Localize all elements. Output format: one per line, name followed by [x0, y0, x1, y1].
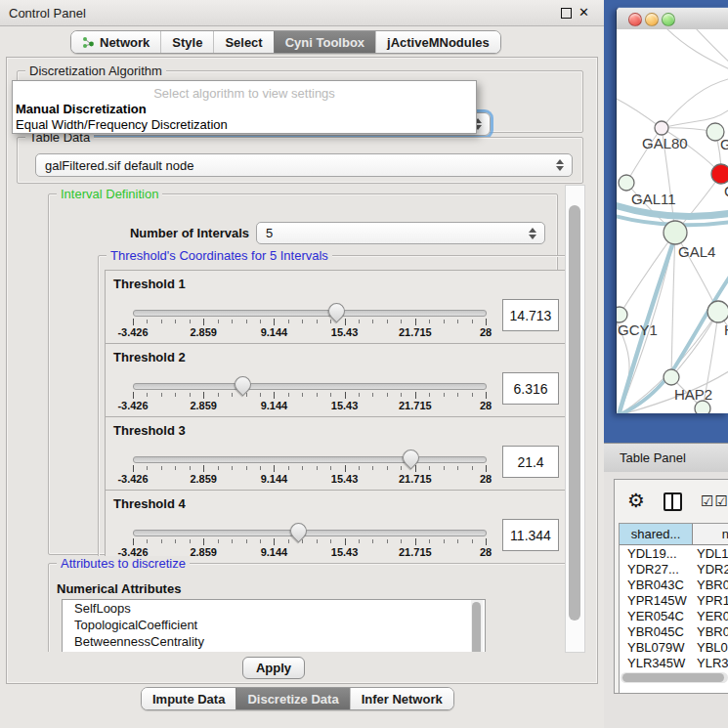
network-canvas[interactable]: GAL80GACGAL11GAL4GCY1HHAP2 — [617, 29, 728, 413]
tab-infer-network[interactable]: Infer Network — [350, 688, 453, 709]
tab-discretize-data[interactable]: Discretize Data — [236, 688, 349, 709]
slider-ticks — [133, 319, 487, 325]
table-row[interactable]: YBL079WYBL0 — [620, 639, 728, 655]
tick-label: 21.715 — [399, 400, 432, 411]
table-row[interactable]: YBR045CYBR0 — [620, 623, 728, 639]
table-row[interactable]: YDR27...YDR2 — [620, 561, 728, 577]
network-node-label: GAL11 — [631, 191, 676, 207]
tab-cyni-toolbox[interactable]: Cyni Toolbox — [274, 31, 375, 53]
threshold-value-field[interactable]: 14.713 — [502, 299, 559, 331]
network-node[interactable] — [695, 401, 710, 413]
network-node[interactable] — [664, 221, 687, 244]
float-window-icon[interactable] — [561, 8, 572, 19]
scrollbar-thumb[interactable] — [569, 205, 580, 621]
table-row[interactable]: YLR345WYLR3 — [620, 655, 728, 670]
tick-label: 15.43 — [331, 473, 359, 485]
threshold-value-field[interactable]: 6.316 — [502, 372, 559, 405]
network-node[interactable] — [619, 175, 634, 191]
columns-icon[interactable] — [664, 492, 682, 511]
cell-shared-name: YER054C — [620, 609, 693, 623]
network-edge — [662, 78, 728, 128]
tab-label: Cyni Toolbox — [285, 35, 364, 50]
network-edge — [665, 29, 728, 70]
network-icon — [82, 36, 95, 49]
numerical-attributes-list[interactable]: SelfLoopsTopologicalCoefficientBetweenne… — [62, 599, 486, 652]
attributes-scrollbar[interactable] — [471, 600, 483, 652]
network-edge — [617, 98, 662, 128]
dropdown-placeholder-item[interactable]: Select algorithm to view settings — [13, 86, 476, 101]
settings-vertical-scrollbar[interactable] — [565, 185, 585, 653]
cell-name: YPR1 — [693, 593, 728, 608]
tab-impute-data[interactable]: Impute Data — [142, 688, 236, 709]
control-panel-titlebar: Control Panel ✕ — [0, 0, 604, 26]
threshold-row: Threshold 4-3.4262.8599.14415.4321.71528… — [105, 490, 570, 564]
slider-track[interactable] — [133, 383, 487, 390]
tick-label: 15.43 — [331, 400, 359, 411]
tick-label: 21.715 — [399, 473, 432, 485]
panel-title: Control Panel — [9, 6, 86, 21]
stepper-arrows-icon — [555, 159, 564, 171]
threshold-label: Threshold 3 — [113, 423, 186, 438]
column-header-name[interactable]: na — [693, 524, 728, 545]
table-row[interactable]: YDL19...YDL1 — [620, 545, 728, 561]
network-node-label: H — [724, 321, 728, 338]
table-data-combobox[interactable]: galFiltered.sif default node — [35, 153, 573, 177]
tab-label: Discretize Data — [247, 692, 338, 707]
table-panel-titlebar: Table Panel — [604, 443, 728, 473]
network-node[interactable] — [707, 301, 728, 322]
tick-label: 2.859 — [190, 326, 217, 338]
table-data-group: Table Data galFiltered.sif default node — [17, 137, 583, 184]
checkbox-icons[interactable]: ☑☑ — [701, 492, 728, 510]
threshold-value-field[interactable]: 11.344 — [502, 519, 559, 551]
tick-label: 9.144 — [261, 326, 288, 338]
tick-label: 9.144 — [261, 400, 288, 411]
network-node[interactable] — [664, 369, 679, 385]
attribute-list-item[interactable]: TopologicalCoefficient — [63, 617, 485, 633]
close-icon[interactable]: ✕ — [578, 5, 589, 20]
table-row[interactable]: YER054CYER0 — [620, 608, 728, 623]
table-row[interactable]: YPR145WYPR1 — [620, 592, 728, 608]
attribute-list-item[interactable]: SelfLoops — [63, 600, 485, 617]
slider-tick-labels: -3.4262.8599.14415.4321.71528 — [133, 473, 486, 486]
dropdown-item-manual-discretization[interactable]: Manual Discretization — [16, 102, 147, 116]
scrollbar-thumb[interactable] — [622, 673, 724, 682]
cell-name: YLR3 — [693, 656, 728, 670]
tick-label: 15.43 — [331, 326, 359, 338]
column-header-shared-name[interactable]: shared... — [620, 524, 693, 545]
network-node[interactable] — [655, 121, 668, 135]
tab-select[interactable]: Select — [213, 31, 273, 53]
close-traffic-light-icon[interactable] — [628, 13, 642, 26]
tab-style[interactable]: Style — [160, 31, 213, 53]
dropdown-item-equal-width[interactable]: Equal Width/Frequency Discretization — [16, 117, 228, 132]
tick-label: 21.715 — [399, 326, 432, 338]
tick-label: -3.426 — [117, 473, 148, 485]
combobox-value: galFiltered.sif default node — [36, 158, 555, 173]
apply-button[interactable]: Apply — [242, 657, 305, 679]
table-row[interactable]: YBR043CYBR0 — [620, 577, 728, 592]
threshold-value-field[interactable]: 21.4 — [502, 446, 559, 478]
network-window-titlebar — [617, 8, 728, 30]
tab-jactivemnodules[interactable]: jActiveMNodules — [375, 31, 500, 53]
tick-label: 28 — [480, 546, 492, 558]
cell-name: YBR0 — [693, 624, 728, 639]
gear-icon[interactable]: ⚙ — [627, 489, 645, 512]
group-title: Interval Definition — [57, 187, 162, 201]
group-title: Attributes to discretize — [57, 556, 190, 571]
slider-track[interactable] — [133, 530, 487, 536]
zoom-traffic-light-icon[interactable] — [662, 13, 675, 26]
number-of-intervals-combobox[interactable]: 5 — [256, 222, 545, 244]
table-horizontal-scrollbar[interactable] — [621, 672, 728, 683]
slider-track[interactable] — [133, 456, 487, 463]
threshold-label: Threshold 4 — [113, 496, 186, 511]
network-edge — [671, 233, 675, 377]
slider-track[interactable] — [133, 310, 487, 317]
tick-label: 28 — [480, 473, 492, 485]
network-node[interactable] — [617, 307, 627, 322]
attribute-list-item[interactable]: BetweennessCentrality — [63, 633, 485, 650]
network-node-label: GAL80 — [642, 135, 688, 151]
minimize-traffic-light-icon[interactable] — [645, 13, 659, 26]
tab-network[interactable]: Network — [71, 31, 160, 53]
network-node[interactable] — [711, 164, 728, 184]
network-node-label: GAL4 — [678, 243, 715, 260]
network-edge — [695, 29, 728, 64]
